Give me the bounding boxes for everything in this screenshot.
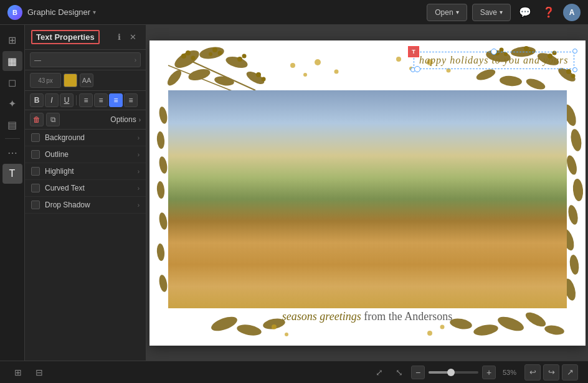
panel-info-icon[interactable]: ℹ <box>112 31 126 44</box>
prop-item-background[interactable]: Background › <box>25 130 146 146</box>
iconbar-item-elements[interactable]: ✦ <box>2 93 22 113</box>
align-right-button[interactable]: ≡ <box>109 93 123 107</box>
align-center-button[interactable]: ≡ <box>94 93 108 107</box>
prop-item-outline[interactable]: Outline › <box>25 146 146 163</box>
font-size-input[interactable]: 43 px <box>30 73 61 88</box>
prop-checkbox-curved-text[interactable] <box>31 184 40 192</box>
svg-point-15 <box>237 57 242 62</box>
iconbar-item-layers[interactable]: ⊞ <box>2 30 22 50</box>
bold-button[interactable]: B <box>30 93 44 107</box>
chat-icon-btn[interactable]: 💬 <box>516 3 534 22</box>
align-left-button[interactable]: ≡ <box>79 93 93 107</box>
iconbar-item-apps[interactable]: ⋯ <box>2 143 22 163</box>
svg-point-6 <box>214 75 235 87</box>
svg-point-5 <box>187 67 211 82</box>
prop-checkbox-background[interactable] <box>31 133 40 142</box>
svg-point-13 <box>217 50 222 55</box>
panel-close-icon[interactable]: ✕ <box>126 31 140 44</box>
app-logo: B <box>7 5 22 20</box>
svg-point-33 <box>566 69 571 74</box>
seasons-text[interactable]: seasons greetings from the Andersons <box>282 310 452 323</box>
redo-button[interactable]: ↪ <box>543 364 559 381</box>
svg-point-23 <box>475 67 496 82</box>
zoom-out-button[interactable]: − <box>411 366 425 379</box>
svg-point-58 <box>290 63 295 68</box>
svg-point-79 <box>272 324 277 329</box>
svg-point-53 <box>158 156 168 174</box>
prop-chevron-outline: › <box>138 151 140 158</box>
svg-point-81 <box>427 331 432 336</box>
align-justify-button[interactable]: ≡ <box>124 93 138 107</box>
svg-point-43 <box>209 314 239 334</box>
fit-view-button[interactable]: ⤢ <box>371 364 387 381</box>
prop-chevron-highlight: › <box>138 168 140 175</box>
svg-point-54 <box>156 181 164 199</box>
options-chevron-icon[interactable]: › <box>139 116 141 123</box>
panel-title: Text Properties <box>31 30 100 44</box>
svg-point-25 <box>524 76 546 91</box>
app-name[interactable]: Graphic Designer ▾ <box>27 7 96 17</box>
svg-point-56 <box>156 243 164 261</box>
prop-label-background: Background <box>45 133 138 142</box>
prop-chevron-background: › <box>138 135 140 141</box>
prop-label-drop-shadow: Drop Shadow <box>45 201 138 209</box>
svg-point-47 <box>472 323 498 337</box>
svg-point-0 <box>171 47 201 71</box>
color-swatch[interactable] <box>64 73 77 87</box>
grid-icon[interactable]: ⊟ <box>31 364 47 381</box>
svg-point-49 <box>523 310 548 329</box>
save-button[interactable]: Save ▾ <box>472 4 511 21</box>
iconbar-item-shapes[interactable]: ◻ <box>2 72 22 92</box>
prop-checkbox-highlight[interactable] <box>31 167 40 176</box>
copy-text-button[interactable]: ⧉ <box>46 113 60 126</box>
font-case-button[interactable]: AA <box>80 73 93 87</box>
svg-point-4 <box>164 68 183 88</box>
undo-button[interactable]: ↩ <box>524 364 541 381</box>
prop-item-curved-text[interactable]: Curved Text › <box>25 180 146 197</box>
svg-point-82 <box>440 324 444 329</box>
prop-label-curved-text: Curved Text <box>45 184 138 192</box>
svg-point-29 <box>524 46 529 51</box>
svg-point-61 <box>334 69 338 73</box>
iconbar-item-media[interactable]: ▤ <box>2 115 22 135</box>
svg-point-80 <box>285 333 288 336</box>
svg-point-38 <box>572 178 584 201</box>
prop-checkbox-drop-shadow[interactable] <box>31 201 40 209</box>
resize-button[interactable]: ⤡ <box>391 364 407 381</box>
zoom-in-button[interactable]: + <box>482 366 496 379</box>
svg-point-14 <box>209 52 212 56</box>
zoom-level: 53% <box>500 369 519 376</box>
iconbar-item-text[interactable]: T <box>2 164 22 184</box>
svg-point-37 <box>565 154 579 176</box>
prop-chevron-curved-text: › <box>138 185 140 192</box>
iconbar-item-grid[interactable]: ▦ <box>2 51 22 71</box>
options-label[interactable]: Options <box>110 115 136 124</box>
svg-point-18 <box>261 77 265 81</box>
layers-icon[interactable]: ⊞ <box>10 364 26 381</box>
svg-point-11 <box>191 55 195 60</box>
text-overlay-selected[interactable]: T happy holidays to you and yours <box>414 52 574 69</box>
zoom-slider[interactable] <box>429 371 478 374</box>
svg-point-2 <box>224 54 249 70</box>
svg-point-59 <box>303 73 307 77</box>
svg-point-36 <box>569 128 582 151</box>
help-icon-btn[interactable]: ❓ <box>539 3 558 22</box>
prop-checkbox-outline[interactable] <box>31 150 40 159</box>
avatar-button[interactable]: A <box>563 4 581 21</box>
prop-label-highlight: Highlight <box>45 167 138 176</box>
svg-point-41 <box>568 254 579 275</box>
share-button[interactable]: ↗ <box>562 364 578 381</box>
italic-button[interactable]: I <box>45 93 59 107</box>
delete-text-button[interactable]: 🗑 <box>30 113 44 126</box>
prop-item-drop-shadow[interactable]: Drop Shadow › <box>25 197 146 214</box>
svg-point-10 <box>186 50 191 55</box>
font-selector[interactable]: — › <box>30 52 141 67</box>
open-button[interactable]: Open ▾ <box>427 4 467 21</box>
underline-button[interactable]: U <box>60 93 74 107</box>
svg-point-48 <box>496 314 526 334</box>
svg-point-1 <box>198 45 225 60</box>
prop-item-highlight[interactable]: Highlight › <box>25 163 146 180</box>
svg-point-39 <box>566 204 579 225</box>
text-icon-indicator: T <box>408 46 419 57</box>
svg-point-44 <box>235 323 262 337</box>
